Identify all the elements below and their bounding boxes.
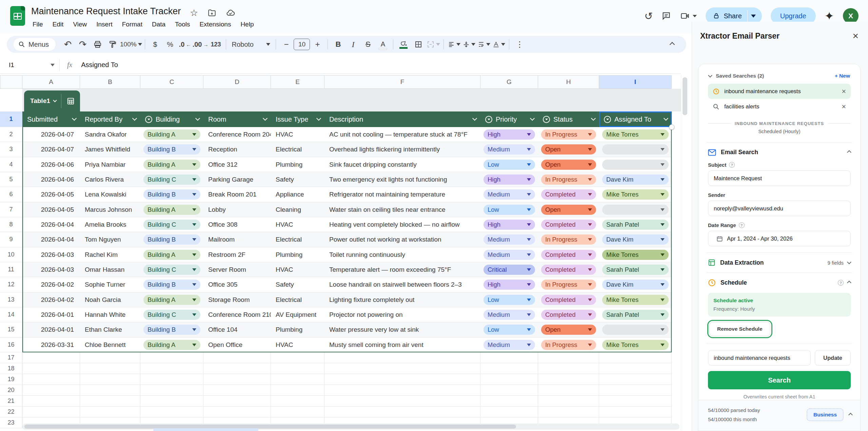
- menu-extensions[interactable]: Extensions: [195, 18, 236, 30]
- table-header-description[interactable]: Description: [324, 111, 480, 127]
- cell-status[interactable]: Completed: [538, 247, 599, 262]
- cell-room[interactable]: Parking Garage: [203, 172, 271, 187]
- cell-issue-type[interactable]: HVAC: [271, 127, 324, 142]
- horizontal-align-icon[interactable]: [447, 38, 461, 51]
- format-currency-icon[interactable]: $: [148, 38, 163, 51]
- empty-cell[interactable]: [203, 396, 271, 407]
- cell-description[interactable]: Loose handrail on stairwell between floo…: [324, 277, 480, 292]
- column-dropdown-icon[interactable]: [72, 116, 77, 121]
- row-header-10[interactable]: 10: [0, 247, 22, 262]
- menus-search-button[interactable]: Menus: [14, 38, 56, 51]
- empty-cell[interactable]: [538, 374, 599, 385]
- cell-status[interactable]: In Progress: [538, 127, 599, 142]
- empty-cell[interactable]: [480, 396, 538, 407]
- dropdown-chip[interactable]: Building B: [143, 280, 200, 290]
- cell-status[interactable]: Completed: [538, 307, 599, 322]
- cell-status[interactable]: In Progress: [538, 277, 599, 292]
- cell-status[interactable]: Completed: [538, 292, 599, 307]
- empty-cell[interactable]: [538, 385, 599, 396]
- decrease-font-size-icon[interactable]: −: [279, 38, 294, 51]
- row-header-8[interactable]: 8: [0, 217, 22, 232]
- cell-submitted[interactable]: 2026-04-03: [22, 262, 80, 277]
- bold-icon[interactable]: B: [331, 38, 346, 51]
- cell-issue-type[interactable]: HVAC: [271, 217, 324, 232]
- dropdown-chip[interactable]: Medium: [484, 250, 535, 260]
- new-search-button[interactable]: + New: [835, 73, 850, 79]
- cell-room[interactable]: Office 104: [203, 322, 271, 337]
- merge-cells-icon[interactable]: [426, 38, 441, 51]
- cell-assigned-to[interactable]: Mike Torres: [599, 187, 672, 202]
- empty-cell[interactable]: [324, 407, 480, 417]
- gemini-sparkle-icon[interactable]: ✦: [825, 9, 834, 23]
- empty-cell[interactable]: [599, 385, 672, 396]
- dropdown-chip[interactable]: High: [484, 129, 535, 140]
- empty-cell[interactable]: [80, 363, 140, 374]
- cell-room[interactable]: Reception: [203, 142, 271, 157]
- row-header-4[interactable]: 4: [0, 157, 22, 172]
- cell-assigned-to[interactable]: Mike Torres: [599, 247, 672, 262]
- dropdown-chip[interactable]: Critical: [484, 265, 535, 275]
- empty-cell[interactable]: [480, 374, 538, 385]
- cell-building[interactable]: Building B: [140, 277, 203, 292]
- empty-cell[interactable]: [599, 374, 672, 385]
- column-dropdown-icon[interactable]: [316, 116, 321, 121]
- dropdown-chip[interactable]: [602, 205, 669, 215]
- borders-icon[interactable]: [411, 38, 426, 51]
- row-header-22[interactable]: 22: [0, 407, 22, 417]
- dropdown-chip[interactable]: Building B: [143, 189, 200, 200]
- cell-building[interactable]: Building C: [140, 172, 203, 187]
- cell-room[interactable]: Office 308: [203, 217, 271, 232]
- cell-assigned-to[interactable]: Mike Torres: [599, 292, 672, 307]
- dropdown-chip[interactable]: Mike Torres: [602, 250, 669, 260]
- menu-data[interactable]: Data: [147, 18, 170, 30]
- row-header-7[interactable]: 7: [0, 202, 22, 217]
- cell-assigned-to[interactable]: Mike Torres: [599, 127, 672, 142]
- cell-assigned-to[interactable]: [599, 157, 672, 172]
- video-camera-icon[interactable]: [680, 11, 697, 21]
- cell-submitted[interactable]: 2026-04-04: [22, 217, 80, 232]
- cell-building[interactable]: Building C: [140, 307, 203, 322]
- row-header-9[interactable]: 9: [0, 232, 22, 247]
- cell-priority[interactable]: Low: [480, 322, 538, 337]
- dropdown-chip[interactable]: Building C: [143, 310, 200, 320]
- cell-building[interactable]: Building A: [140, 202, 203, 217]
- empty-cell[interactable]: [140, 396, 203, 407]
- dropdown-chip[interactable]: [602, 144, 669, 155]
- empty-cell[interactable]: [140, 352, 203, 363]
- subject-input[interactable]: [708, 170, 851, 186]
- cell-reported-by[interactable]: Hannah White: [80, 307, 140, 322]
- row-header-15[interactable]: 15: [0, 322, 22, 337]
- cell-reported-by[interactable]: James Whitfield: [80, 142, 140, 157]
- vertical-align-icon[interactable]: [461, 38, 476, 51]
- cell-priority[interactable]: Low: [480, 292, 538, 307]
- cell-building[interactable]: Building B: [140, 142, 203, 157]
- row-header-21[interactable]: 21: [0, 396, 22, 407]
- hide-toolbar-icon[interactable]: [665, 38, 679, 51]
- empty-cell[interactable]: [271, 385, 324, 396]
- column-header-E[interactable]: E: [271, 75, 324, 89]
- dropdown-chip[interactable]: Completed: [541, 220, 596, 230]
- paint-format-icon[interactable]: [105, 38, 120, 51]
- dropdown-chip[interactable]: Building A: [143, 160, 200, 170]
- cell-issue-type[interactable]: Safety: [271, 277, 324, 292]
- empty-cell[interactable]: [203, 352, 271, 363]
- redo-icon[interactable]: ↷: [75, 38, 90, 51]
- table-header-assigned-to[interactable]: Assigned To: [599, 111, 672, 127]
- empty-cell[interactable]: [599, 352, 672, 363]
- row-header-18[interactable]: 18: [0, 363, 22, 374]
- number-format-icon[interactable]: 123: [208, 38, 223, 51]
- cell-assigned-to[interactable]: [599, 322, 672, 337]
- cell-assigned-to[interactable]: Mike Torres: [599, 337, 672, 352]
- grid-corner[interactable]: [0, 75, 22, 89]
- column-header-C[interactable]: C: [140, 75, 203, 89]
- undo-icon[interactable]: ↶: [60, 38, 75, 51]
- dropdown-chip[interactable]: Completed: [541, 189, 596, 200]
- row-header-17[interactable]: 17: [0, 352, 22, 363]
- delete-search-icon[interactable]: ×: [842, 88, 846, 95]
- schedule-help-icon[interactable]: ?: [838, 280, 844, 286]
- empty-cell[interactable]: [480, 385, 538, 396]
- cell-issue-type[interactable]: AV Equipment: [271, 307, 324, 322]
- comment-icon[interactable]: [662, 11, 671, 21]
- empty-cell[interactable]: [324, 363, 480, 374]
- empty-cell[interactable]: [203, 407, 271, 417]
